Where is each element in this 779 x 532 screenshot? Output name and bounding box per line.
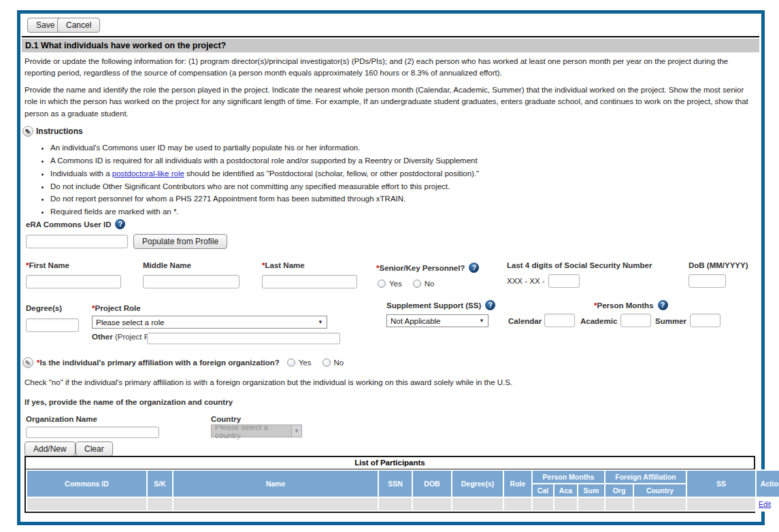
col-header-person-months: Person Months <box>533 471 604 483</box>
cancel-button[interactable]: Cancel <box>57 18 100 33</box>
no-label: No <box>334 359 344 367</box>
help-icon[interactable]: ? <box>485 300 495 310</box>
edit-link[interactable]: Edit <box>759 500 771 508</box>
supplement-select[interactable]: Not Applicable ▼ <box>386 314 488 327</box>
toolbar-divider <box>22 36 759 37</box>
ssn-last4-input[interactable] <box>548 274 580 288</box>
col-header-country: Country <box>634 484 686 497</box>
other-role-label-bold: Other <box>92 333 113 341</box>
organization-name-label: Organization Name <box>26 415 97 423</box>
first-name-input[interactable] <box>26 275 121 288</box>
dob-label: DoB (MM/YYYY) <box>689 261 748 269</box>
senior-key-label: Senior/Key Personnel? <box>379 264 465 272</box>
project-role-select[interactable]: Please select a role ▼ <box>92 316 327 329</box>
era-commons-label: eRA Commons User ID <box>26 220 111 229</box>
cell-role <box>504 498 531 510</box>
organization-name-input <box>26 427 159 438</box>
academic-months-input[interactable] <box>620 314 651 327</box>
person-months-label: Person Months <box>597 301 653 310</box>
col-header-ssn: SSN <box>379 471 412 497</box>
middle-name-input[interactable] <box>143 275 239 288</box>
col-header-degrees: Degree(s) <box>452 471 503 497</box>
supplement-selected-value: Not Applicable <box>391 317 441 325</box>
postdoctoral-like-role-link[interactable]: postdoctoral-like role <box>112 169 184 178</box>
col-header-aca: Aca <box>554 484 577 497</box>
cell-ssn <box>379 498 412 510</box>
col-header-sum: Sum <box>578 484 604 497</box>
col-header-ss: SS <box>687 471 755 497</box>
academic-label: Academic <box>580 317 617 325</box>
project-role-selected-value: Please select a role <box>96 318 164 327</box>
first-name-label-text: First Name <box>29 261 69 269</box>
populate-from-profile-button[interactable]: Populate from Profile <box>133 234 227 249</box>
quill-icon: ✎ <box>22 126 33 137</box>
senior-key-radios: Yes No <box>378 280 434 288</box>
degrees-label: Degree(s) <box>26 304 62 312</box>
first-name-label: *First Name <box>26 261 69 269</box>
add-new-button[interactable]: Add/New <box>24 442 76 456</box>
last-name-label-text: Last Name <box>265 261 304 269</box>
project-role-label: *Project Role <box>92 304 141 312</box>
col-header-dob: DOB <box>413 471 451 497</box>
col-header-foreign-affiliation: Foreign Affiliation <box>606 471 686 483</box>
quill-icon: ✎ <box>22 357 33 368</box>
participants-table-caption: List of Participants <box>26 457 754 469</box>
col-header-action: Action <box>757 471 779 497</box>
foreign-question-row: ✎ *Is the individual's primary affiliati… <box>22 357 344 368</box>
dob-input[interactable] <box>689 274 726 288</box>
cell-ss <box>687 498 755 510</box>
rppr-d1-page: Save Cancel D.1 What individuals have wo… <box>0 0 779 532</box>
summer-months-input[interactable] <box>690 314 720 327</box>
person-months-header: *Person Months ? <box>594 300 668 310</box>
col-header-name: Name <box>173 471 378 497</box>
instructions-list: An individual's Commons user ID may be u… <box>39 143 720 220</box>
chevron-down-icon: ▼ <box>479 318 484 324</box>
cell-action: Edit <box>757 498 779 510</box>
middle-name-label: Middle Name <box>143 261 191 269</box>
cell-name <box>173 498 378 510</box>
clear-button[interactable]: Clear <box>76 442 113 456</box>
cell-cal <box>533 498 553 510</box>
supplement-row: Supplement Support (SS) ? <box>386 300 495 310</box>
cell-degrees <box>452 498 503 510</box>
degrees-input[interactable] <box>26 318 79 332</box>
cell-sum <box>578 498 604 510</box>
project-role-label-text: Project Role <box>95 304 140 312</box>
chevron-down-icon: ▼ <box>294 428 299 434</box>
era-commons-field <box>26 235 128 248</box>
era-commons-row: eRA Commons User ID ? <box>26 219 125 229</box>
foreign-no-radio[interactable] <box>322 359 331 367</box>
instructions-title: Instructions <box>36 127 83 136</box>
calendar-label: Calendar <box>508 317 542 325</box>
instruction-item: Do not report personnel for whom a PHS 2… <box>50 194 720 205</box>
help-icon[interactable]: ? <box>115 219 125 229</box>
country-selected-value: Please select a country <box>215 423 291 439</box>
chevron-down-icon: ▼ <box>318 319 323 325</box>
last-name-label: *Last Name <box>262 261 305 269</box>
calendar-months-input[interactable] <box>544 314 575 327</box>
era-commons-input[interactable] <box>26 235 128 248</box>
other-role-input <box>147 333 340 344</box>
instructions-header: ✎ Instructions <box>22 126 83 137</box>
col-header-sk: S/K <box>148 471 172 497</box>
senior-key-no-radio[interactable] <box>413 280 421 288</box>
instruction-item: Individuals with a postdoctoral-like rol… <box>50 169 720 180</box>
yes-label: Yes <box>389 280 402 288</box>
senior-key-yes-radio[interactable] <box>378 280 386 288</box>
foreign-note: Check "no" if the individual's primary a… <box>24 378 705 386</box>
foreign-yes-radio[interactable] <box>287 359 295 367</box>
col-header-commons-id: Commons ID <box>27 471 146 497</box>
foreign-question-label: Is the individual's primary affiliation … <box>39 359 279 367</box>
help-icon[interactable]: ? <box>658 300 668 310</box>
supplement-label: Supplement Support (SS) <box>386 301 481 310</box>
last-name-input[interactable] <box>262 275 357 288</box>
help-icon[interactable]: ? <box>469 263 479 273</box>
country-select: Please select a country ▼ <box>211 425 302 437</box>
intro-paragraph-2: Provide the name and identify the role t… <box>24 84 758 120</box>
col-header-org: Org <box>606 484 633 497</box>
intro-paragraph-1: Provide or update the following informat… <box>24 56 758 80</box>
senior-key-row: *Senior/Key Personnel? ? <box>376 263 479 273</box>
country-label: Country <box>211 415 241 423</box>
ssn-prefix: XXX - XX - <box>507 277 545 285</box>
instruction-item: A Commons ID is required for all individ… <box>50 156 720 167</box>
